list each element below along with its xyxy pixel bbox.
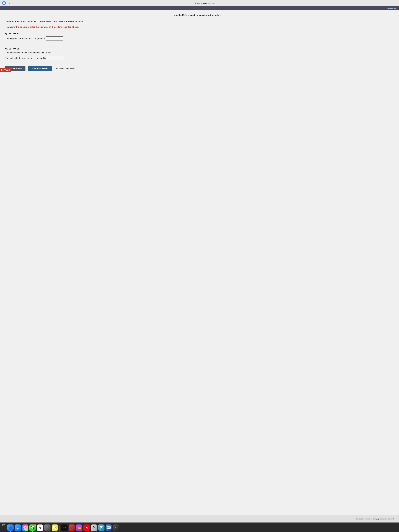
cengage-support-link[interactable]: Cengage Technical Support [373, 518, 394, 520]
dock-separator [59, 526, 60, 531]
question2-section: QUESTION 2: The molar mass for this comp… [5, 48, 394, 60]
main-content: Not Visited Use the References to access… [0, 10, 399, 515]
cengage-learning-link[interactable]: Cengage Learning [356, 518, 370, 520]
compound-statement: A compound is found to contain 21.95 % s… [5, 20, 394, 24]
dock-podcasts-icon[interactable]: 📻 [76, 525, 82, 531]
dock-chart-icon[interactable]: 📊 [98, 525, 105, 531]
dock-launchpad-icon[interactable]: ⠿ [44, 525, 51, 531]
instruction-text: To answer the question, enter the elemen… [5, 26, 394, 28]
molecular-formula-input[interactable] [47, 56, 64, 60]
dock-number: 290 [0, 523, 6, 526]
messages-badge: 15 [34, 524, 36, 526]
dock-siri-icon[interactable]: 🎙 [91, 525, 97, 531]
dock-finder-icon[interactable]: 🔵 [7, 525, 14, 531]
url-bar: 🔒 cvg.cengagenow.com [13, 2, 397, 4]
dock-music-icon[interactable]: 🎵 [69, 525, 75, 531]
dock-netflix-icon[interactable]: N [83, 525, 90, 531]
dock-terminal-icon[interactable]: >_ [113, 525, 119, 531]
question1-label: QUESTION 1: [5, 32, 394, 35]
question2-text: The molecular formula for this compound … [5, 56, 394, 60]
footer-links: Cengage Learning | Cengage Technical Sup… [5, 518, 394, 520]
dock-appletv-icon[interactable]: tv [61, 525, 68, 531]
question2-label: QUESTION 2: [5, 48, 394, 50]
lock-icon: 🔒 [195, 2, 196, 4]
references-link[interactable]: [References] [386, 7, 396, 9]
shield-icon: 🛡 [7, 1, 11, 5]
dock-finder2-icon[interactable]: ⌨ [106, 525, 112, 531]
attempt-remaining-text: 1 item attempt remaining [54, 67, 76, 70]
macos-dock-bar: 290 🔵 ⊙ 🌸 💬 15 MAY 9 ⠿ [0, 522, 399, 532]
dock-calendar-icon[interactable]: MAY 9 [37, 525, 43, 531]
use-references-header: Use the References to access important v… [5, 14, 394, 16]
google-icon: G [2, 1, 6, 5]
try-another-version-button[interactable]: Try Another Version [28, 66, 52, 71]
question1-section: QUESTION 1: The empirical formula for th… [5, 32, 394, 41]
footer-separator: | [371, 518, 372, 520]
dock-photos-icon[interactable]: 🌸 [22, 525, 28, 531]
question1-text: The empirical formula for this compound … [5, 36, 394, 41]
dock-messages-icon[interactable]: 💬 15 [29, 525, 36, 531]
dock-notes-icon[interactable]: 📝 [52, 525, 58, 531]
empirical-formula-input[interactable] [46, 36, 63, 41]
molar-mass-text: The molar mass for this compound is 146.… [5, 52, 394, 54]
url-text: cvg.cengagenow.com [197, 2, 215, 4]
browser-chrome: G 🛡 🔒 cvg.cengagenow.com [0, 0, 399, 6]
dock-safari-icon[interactable]: ⊙ [15, 525, 21, 531]
not-visited-tab: Not Visited [0, 68, 11, 72]
dock-items: 🔵 ⊙ 🌸 💬 15 MAY 9 ⠿ 📝 [6, 525, 399, 531]
references-bar: [References] [0, 6, 399, 10]
footer-area: Cengage Learning | Cengage Technical Sup… [0, 515, 399, 522]
buttons-area: Submit Answer Try Another Version 1 item… [5, 66, 394, 71]
